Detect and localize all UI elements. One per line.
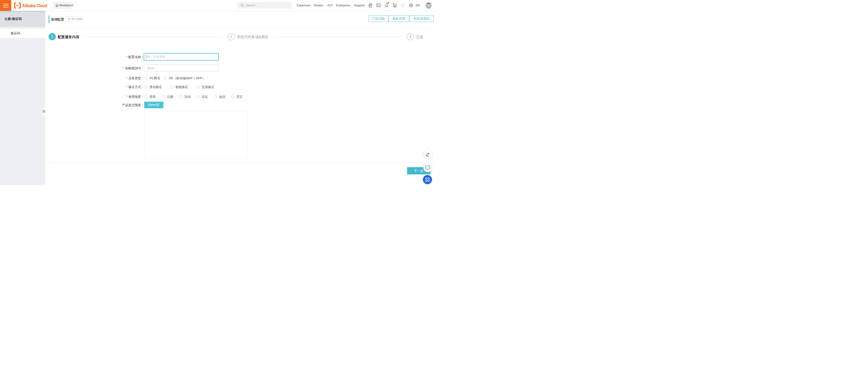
svg-text:APP: APP <box>368 4 372 6</box>
svg-text:?: ? <box>410 4 412 7</box>
